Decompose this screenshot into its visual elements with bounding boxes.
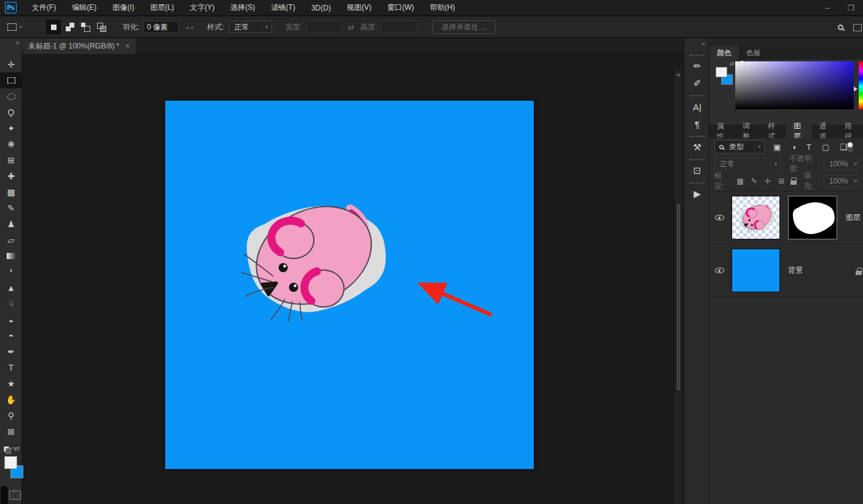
magic-wand-tool[interactable]: ✦ [0,120,22,136]
visibility-cell[interactable] [709,192,730,244]
height-input[interactable] [381,21,416,33]
panel-tab[interactable]: 属性 [709,125,735,138]
menu-item[interactable]: 帮助(H) [422,0,463,16]
scroll-up-icon[interactable]: ▲ [674,72,682,77]
panel-tab[interactable]: 样式 [760,125,786,138]
opacity-select[interactable]: 100% ˅ [824,158,858,170]
zoom-tool[interactable]: ⚲ [0,408,22,424]
fill-select[interactable]: 100% ˅ [824,175,858,187]
hue-slider[interactable] [859,61,863,109]
tool-presets-panel-icon[interactable]: ⚒ [684,133,710,156]
color-panel-tab[interactable]: 颜色 [709,46,739,60]
default-colors-icon[interactable] [4,446,11,454]
scrollbar-thumb[interactable] [676,203,681,392]
rectangular-marquee-tool[interactable] [0,72,22,88]
collapse-dock-icon[interactable]: « [701,40,705,47]
color-panel-tab[interactable]: 色板 [739,46,768,60]
layer-filter-select[interactable]: 类型 ˅ [714,140,765,153]
visibility-cell[interactable] [709,244,730,297]
hand-tool[interactable]: ✋ [0,392,22,408]
foreground-color-swatch[interactable] [4,456,17,469]
workspace-switcher-icon[interactable] [853,24,862,31]
feather-input[interactable] [143,21,179,33]
close-icon[interactable]: × [125,42,130,50]
menu-item[interactable]: 窗口(W) [380,0,422,16]
panel-tab[interactable]: 图层 [786,125,812,138]
eraser-tool[interactable]: ▱ [0,232,22,248]
frame-tool[interactable]: ⊠ [0,424,22,440]
blur-tool[interactable]: ❛ [0,264,22,280]
swap-colors-icon[interactable]: ⇄ [730,61,735,67]
filter-pixel-layers-icon[interactable]: ▣ [773,142,781,152]
filter-type-layers-icon[interactable]: T [806,142,811,152]
tool-preset-picker[interactable]: ˅ [7,23,32,31]
patch-tool[interactable]: ▩ [0,184,22,200]
lock-image-pixels-icon[interactable]: ✎ [751,177,757,185]
elliptical-marquee-tool[interactable] [0,88,22,104]
new-selection-icon[interactable] [46,20,61,34]
vertical-scrollbar[interactable]: ▲ [674,70,682,504]
lock-all-icon[interactable] [791,180,797,185]
brushes-panel-icon[interactable]: ✐ [684,75,710,92]
color-field[interactable] [735,61,854,109]
foreground-color-swatch[interactable] [716,67,727,77]
lock-position-icon[interactable]: ✛ [765,177,771,185]
menu-item[interactable]: 文件(F) [24,0,64,16]
pen-tool[interactable]: ✒ [0,344,22,360]
menu-item[interactable]: 视图(V) [339,0,380,16]
menu-item[interactable]: 图层(L) [143,0,182,16]
panel-tab[interactable]: 路径 [837,125,863,138]
menu-item[interactable]: 编辑(E) [64,0,104,16]
lasso-tool[interactable]: Ϙ [0,104,22,120]
blend-mode-select[interactable]: 正常 ˅ [714,158,781,170]
swap-colors-icon[interactable]: ⇄ [14,445,19,452]
gradient-tool[interactable] [0,248,22,264]
character-panel-icon[interactable]: A| [684,92,710,115]
layer-name[interactable]: 背景 [788,244,803,297]
custom-shape-tool[interactable]: ★ [0,376,22,392]
burn-tool[interactable]: ◓ [0,328,22,344]
smudge-tool[interactable]: ☟ [0,296,22,312]
menu-item[interactable]: 滤镜(T) [263,0,303,16]
width-input[interactable] [306,21,342,33]
expand-tools-icon[interactable]: » [15,39,19,46]
filter-adjustment-layers-icon[interactable]: ◑ [791,142,796,152]
actions-panel-icon[interactable]: ▶ [684,179,710,203]
layer-name[interactable]: 图层 1 [846,192,863,244]
intersect-selection-icon[interactable] [94,20,109,34]
menu-item[interactable]: 图像(I) [104,0,142,16]
spot-healing-brush-tool[interactable]: ✚ [0,168,22,184]
brush-tool[interactable]: ✎ [0,200,22,216]
swap-width-height-icon[interactable]: ⇄ [348,23,354,32]
minimize-button[interactable]: – [822,4,834,12]
sharpen-tool[interactable]: ▲ [0,280,22,296]
style-select[interactable]: 正常 ˅ [229,21,272,33]
layer-row-background[interactable]: 背景 [709,244,863,297]
menu-item[interactable]: 选择(S) [222,0,263,16]
brush-settings-panel-icon[interactable]: ✏ [684,52,710,75]
subtract-from-selection-icon[interactable] [78,20,93,34]
layer-filter-toggle[interactable] [847,142,853,152]
menu-item[interactable]: 3D(D) [303,0,339,16]
type-tool[interactable]: T [0,360,22,376]
screen-mode-button[interactable] [1,486,8,504]
layer-thumbnail[interactable] [732,249,780,292]
color-picker-ring[interactable] [739,61,745,67]
lock-artboard-icon[interactable]: ⊞ [778,177,784,185]
restore-button[interactable]: ❐ [844,4,858,12]
panel-tab[interactable]: 调整 [735,125,761,138]
lock-transparent-pixels-icon[interactable]: ▩ [736,177,743,185]
search-icon[interactable] [838,25,843,30]
layer-row-1[interactable]: 图层 1 [709,192,863,244]
menu-item[interactable]: 文字(Y) [182,0,222,16]
document-tab[interactable]: 未标题-1 @ 100%(RGB/8) * × [22,38,136,54]
dodge-tool[interactable]: ◒ [0,312,22,328]
filter-shape-layers-icon[interactable]: ▢ [822,142,829,152]
panel-tab[interactable]: 通道 [812,125,838,138]
clone-source-panel-icon[interactable]: ⊡ [684,156,710,179]
layer-thumbnail[interactable] [732,196,780,239]
canvas[interactable] [165,101,534,469]
add-to-selection-icon[interactable] [62,20,77,34]
quick-mask-button[interactable] [9,490,21,500]
filter-smart-objects-icon[interactable]: ❏ [840,142,847,152]
